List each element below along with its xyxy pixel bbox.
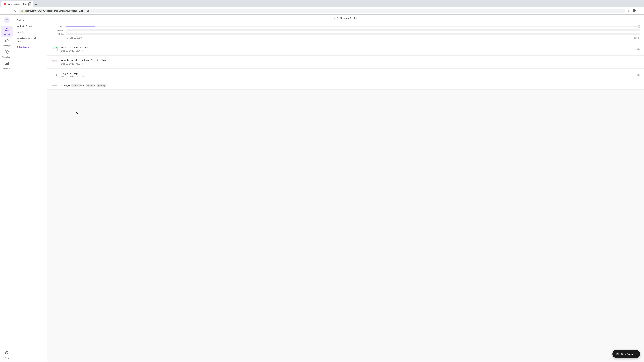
chart-scroll-right[interactable]: ▶: [638, 36, 640, 39]
drip-support-label: Drip Support: [621, 353, 636, 356]
changed-old-value: blank: [86, 84, 94, 87]
chart-label-email: 1 Email: [51, 25, 64, 28]
new-tab-button[interactable]: +: [34, 2, 38, 7]
settings-icon: [4, 351, 9, 356]
app-logo[interactable]: ☺: [3, 16, 10, 24]
undeliverable-title: Marked as undeliverable: [61, 46, 634, 49]
address-url-text: getdrip.com/7641396/subscribers/xi2otg02…: [24, 9, 89, 12]
sidebar-item-analytics-label: Analytics: [3, 67, 10, 69]
hard-bounce-title: Hard bounced “Thank you for subscribing”: [61, 59, 640, 62]
analytics-icon: [4, 61, 9, 67]
refresh-button[interactable]: ↻: [14, 8, 17, 13]
chart-row-sessions: Sessions: [51, 29, 640, 31]
back-button[interactable]: ←: [2, 8, 6, 13]
chart-track-orders: [66, 33, 640, 35]
svg-rect-11: [5, 51, 6, 52]
changed-to-label: to: [94, 84, 96, 87]
changed-new-value: (blank): [97, 84, 106, 87]
undeliverable-icon: [51, 45, 58, 53]
svg-text:I: I: [634, 9, 634, 11]
sidebar: ☺ People: [0, 14, 14, 362]
activity-item-tagged: Tagged as “tag” Dec 12, 2023 • 9:00 PM ⊕: [47, 68, 644, 81]
svg-point-20: [55, 46, 57, 49]
sidebar-item-people-label: People: [4, 33, 10, 35]
tab-title: girl@gmail.com · Drip: [8, 3, 27, 5]
browser-chrome: D girl@gmail.com · Drip ✕ + ← → ↻ 🔒 getd…: [0, 0, 644, 14]
activity-item-hard-bounce: ! Hard bounced “Thank you for subscribin…: [47, 56, 644, 68]
svg-text:D: D: [4, 3, 6, 5]
chart-track-email: [66, 26, 640, 27]
sidebar-item-campaigns-label: Campaigns: [2, 45, 12, 47]
address-bar-actions: ☆ I ⋮: [627, 8, 642, 13]
sidebar-item-workflows[interactable]: Workflows: [1, 49, 12, 59]
svg-point-24: [54, 74, 54, 74]
chart-date-start: Dec 12, 2023: [70, 37, 82, 39]
svg-text:☺: ☺: [5, 18, 8, 22]
svg-point-7: [7, 28, 8, 29]
svg-point-9: [7, 30, 8, 31]
browser-tab-bar: D girl@gmail.com · Drip ✕ +: [0, 0, 644, 7]
browser-address-bar: ← → ↻ 🔒 getdrip.com/7641396/subscribers/…: [0, 7, 644, 14]
profile-button[interactable]: I: [632, 8, 636, 13]
chart-track-sessions: [66, 29, 640, 31]
left-panel-emails[interactable]: Emails: [14, 29, 47, 35]
menu-button[interactable]: ⋮: [638, 8, 642, 13]
campaigns-icon: [4, 39, 9, 44]
left-panel-orders[interactable]: Orders: [14, 17, 47, 23]
lock-icon: 🔒: [21, 9, 24, 12]
top-bar: ✏ Profile, tags & fields: [47, 14, 644, 22]
main-content: ✏ Profile, tags & fields 1 Email Session…: [47, 14, 644, 362]
changed-from-label: from: [80, 84, 85, 87]
people-icon: [4, 27, 9, 33]
svg-rect-16: [7, 62, 8, 65]
chart-label-sessions: Sessions: [51, 29, 64, 31]
sidebar-item-campaigns[interactable]: Campaigns: [1, 37, 12, 48]
address-bar-input[interactable]: 🔒 getdrip.com/7641396/subscribers/xi2otg…: [18, 8, 625, 13]
changed-dash-icon: [52, 85, 57, 86]
activity-item-changed: Changed Name from blank to (blank): [47, 81, 644, 90]
svg-rect-14: [5, 64, 6, 65]
svg-rect-15: [6, 63, 7, 65]
browser-tab-active[interactable]: D girl@gmail.com · Drip ✕: [1, 1, 33, 7]
chart-area: 1 Email Sessions Orders: [47, 22, 644, 43]
forward-button[interactable]: →: [8, 8, 12, 13]
svg-rect-12: [7, 51, 8, 52]
left-panel-all-activity[interactable]: All Activity: [14, 44, 47, 50]
sidebar-item-settings-label: Settings: [3, 357, 10, 359]
activity-list: Marked as undeliverable Dec 13, 2023 • 5…: [47, 43, 644, 362]
workflows-icon: [4, 50, 9, 55]
chart-label-orders: Orders: [51, 33, 64, 35]
sidebar-item-settings[interactable]: Settings: [1, 349, 12, 360]
drip-support-button[interactable]: ? Drip Support: [612, 350, 640, 358]
left-panel-workflows-email[interactable]: Workflows & Email Series: [14, 35, 47, 44]
svg-text:?: ?: [617, 353, 618, 355]
hard-bounce-content: Hard bounced “Thank you for subscribing”…: [61, 59, 640, 65]
sidebar-item-people[interactable]: People: [1, 26, 12, 37]
tab-close-button[interactable]: ✕: [28, 2, 31, 6]
chart-scroll-left[interactable]: ◀: [66, 36, 68, 39]
chart-date-end: Today: [632, 37, 637, 39]
svg-rect-13: [6, 53, 8, 54]
hard-bounce-icon: !: [51, 58, 58, 66]
left-panel-website-sessions[interactable]: Website Sessions: [14, 23, 47, 29]
svg-point-10: [8, 40, 8, 41]
chart-row-email: 1 Email: [51, 25, 640, 28]
profile-tags-link[interactable]: ✏ Profile, tags & fields: [334, 17, 357, 19]
svg-text:!: !: [56, 60, 56, 62]
tagged-expand-button[interactable]: ⊕: [637, 73, 640, 77]
svg-point-18: [6, 352, 7, 353]
undeliverable-content: Marked as undeliverable Dec 13, 2023 • 5…: [61, 46, 634, 52]
tagged-date: Dec 12, 2023 • 9:00 PM: [61, 75, 634, 78]
sidebar-item-workflows-label: Workflows: [2, 56, 11, 58]
tagged-icon: [51, 71, 58, 79]
changed-prefix: Changed: [61, 84, 71, 87]
undeliverable-date: Dec 13, 2023 • 5:04 PM: [61, 50, 634, 52]
chart-dot-email: [638, 25, 640, 28]
tagged-title: Tagged as “tag”: [61, 72, 634, 75]
undeliverable-expand-button[interactable]: ⊕: [637, 47, 640, 51]
svg-point-6: [6, 28, 7, 29]
sidebar-item-analytics[interactable]: Analytics: [1, 60, 12, 71]
bookmark-button[interactable]: ☆: [627, 8, 630, 13]
changed-field-badge: Name: [71, 84, 80, 87]
chart-fill-email: [66, 26, 95, 27]
